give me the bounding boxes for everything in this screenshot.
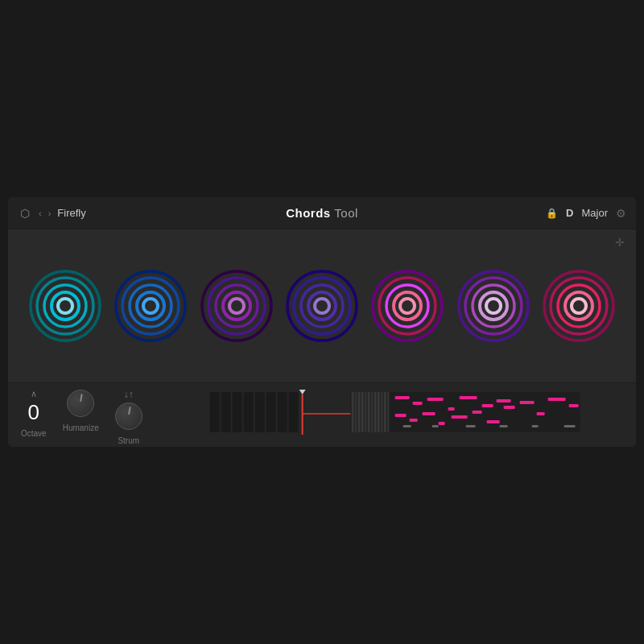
chord-circle-2[interactable] <box>114 269 188 343</box>
svg-rect-64 <box>481 404 493 407</box>
svg-point-3 <box>52 292 79 320</box>
svg-rect-66 <box>394 414 406 417</box>
svg-rect-78 <box>402 425 411 427</box>
svg-point-5 <box>116 271 185 341</box>
app-title: Chords Tool <box>286 206 358 220</box>
svg-point-10 <box>202 271 271 341</box>
svg-rect-74 <box>519 401 534 404</box>
scale-display: Major <box>581 207 608 219</box>
chord-circle-1[interactable] <box>28 269 102 343</box>
svg-rect-75 <box>536 412 544 415</box>
octave-up-icon[interactable]: ∧ <box>31 390 37 398</box>
svg-rect-40 <box>266 392 275 432</box>
svg-rect-62 <box>448 407 454 411</box>
svg-rect-83 <box>564 425 575 427</box>
svg-point-23 <box>394 292 421 320</box>
strum-arrows-icon: ↓↑ <box>124 390 134 399</box>
piano-roll-svg <box>173 390 617 435</box>
svg-rect-69 <box>438 422 444 425</box>
svg-rect-48 <box>354 392 357 432</box>
header: ⬡ ‹ › Firefly Chords Tool 🔒 D Major ⚙ <box>8 197 636 229</box>
svg-rect-65 <box>496 399 510 402</box>
header-left: ⬡ ‹ › Firefly <box>18 206 546 221</box>
svg-point-28 <box>480 292 507 320</box>
bottom-controls: ∧ 0 Octave Humanize ↓↑ Strum <box>8 382 636 447</box>
svg-point-8 <box>137 292 164 320</box>
chord-circle-5[interactable] <box>370 269 444 343</box>
svg-rect-57 <box>383 392 386 432</box>
app-title-tool: Tool <box>334 206 358 220</box>
svg-rect-82 <box>531 425 538 427</box>
svg-rect-61 <box>427 398 443 401</box>
svg-point-9 <box>143 299 158 313</box>
chord-circle-7[interactable] <box>542 269 616 343</box>
chord-circle-6[interactable] <box>456 269 530 343</box>
svg-point-30 <box>544 271 613 341</box>
strum-knob[interactable] <box>115 402 142 430</box>
svg-rect-76 <box>547 398 565 401</box>
device-icon: ⬡ <box>18 206 32 221</box>
nav-prev[interactable]: ‹ <box>39 208 42 218</box>
svg-rect-77 <box>568 404 578 407</box>
nav-next[interactable]: › <box>48 208 52 218</box>
svg-rect-42 <box>288 392 298 432</box>
humanize-group: Humanize <box>63 390 99 432</box>
key-display: D <box>566 207 573 219</box>
svg-marker-43 <box>299 390 305 394</box>
settings-icon[interactable]: ⚙ <box>616 207 626 220</box>
svg-rect-53 <box>370 392 373 432</box>
svg-rect-51 <box>364 392 366 432</box>
svg-rect-56 <box>380 392 382 432</box>
plugin-window: ⬡ ‹ › Firefly Chords Tool 🔒 D Major ⚙ ✛ <box>8 197 636 447</box>
svg-rect-68 <box>422 412 435 415</box>
svg-rect-58 <box>386 392 389 432</box>
chord-circle-3[interactable] <box>200 269 274 343</box>
svg-rect-36 <box>221 392 230 432</box>
humanize-knob[interactable] <box>67 390 94 417</box>
svg-point-0 <box>31 271 100 341</box>
chord-circles <box>24 269 620 343</box>
chord-circle-4[interactable] <box>285 269 359 343</box>
octave-label: Octave <box>21 429 47 438</box>
svg-point-14 <box>229 299 244 313</box>
svg-point-34 <box>572 299 586 313</box>
svg-rect-49 <box>357 392 360 432</box>
svg-point-13 <box>223 292 250 320</box>
svg-point-19 <box>315 299 329 313</box>
svg-rect-80 <box>465 425 475 427</box>
svg-point-25 <box>459 271 528 341</box>
header-center: Chords Tool <box>286 206 358 220</box>
svg-rect-73 <box>503 406 514 409</box>
strum-group: ↓↑ Strum <box>115 390 142 445</box>
svg-rect-39 <box>254 392 264 432</box>
svg-rect-59 <box>394 396 409 399</box>
svg-rect-50 <box>361 392 363 432</box>
svg-point-18 <box>308 292 336 320</box>
svg-point-4 <box>58 299 72 313</box>
svg-rect-81 <box>499 425 507 427</box>
svg-rect-67 <box>409 419 417 422</box>
svg-rect-63 <box>459 396 477 399</box>
svg-rect-38 <box>243 392 253 432</box>
svg-rect-35 <box>209 392 219 432</box>
header-right: 🔒 D Major ⚙ <box>546 207 626 220</box>
svg-rect-55 <box>377 392 379 432</box>
svg-rect-79 <box>431 425 438 427</box>
move-icon[interactable]: ✛ <box>615 236 625 249</box>
humanize-label: Humanize <box>63 423 99 432</box>
svg-rect-60 <box>412 402 422 405</box>
octave-value: 0 <box>22 402 46 423</box>
app-title-chords: Chords <box>286 206 331 220</box>
svg-rect-41 <box>277 392 287 432</box>
svg-point-33 <box>565 292 592 320</box>
svg-rect-37 <box>232 392 242 432</box>
svg-point-15 <box>287 271 357 341</box>
chords-area: ✛ <box>8 229 636 382</box>
octave-group: ∧ 0 Octave <box>21 390 47 438</box>
svg-rect-72 <box>486 420 499 423</box>
svg-rect-70 <box>451 415 467 419</box>
svg-rect-52 <box>367 392 369 432</box>
svg-rect-54 <box>374 392 376 432</box>
lock-icon[interactable]: 🔒 <box>546 208 558 219</box>
main-content: ✛ <box>8 229 636 447</box>
